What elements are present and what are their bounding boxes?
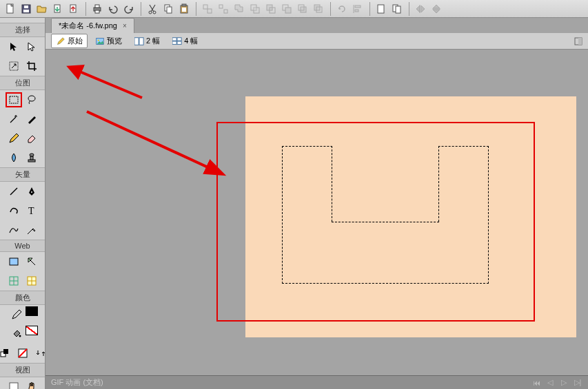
brush-tool[interactable] [23,112,40,127]
prev-frame-button[interactable]: ◁ [545,378,555,388]
pen-tool[interactable] [23,184,40,199]
view-tabs: 原始 预览 2 幅 4 幅 [45,33,588,50]
text-tool[interactable]: T [23,203,40,218]
next-frame-button[interactable]: ▷| [573,378,582,388]
view-tab-label: 4 幅 [184,36,198,46]
paste-button[interactable] [176,2,192,16]
bring-front-button[interactable] [295,2,310,16]
punch-button[interactable] [263,2,278,16]
annotation-arrow-2 [80,105,232,187]
svg-rect-41 [30,156,33,160]
union-button[interactable] [232,2,247,16]
lasso-tool[interactable] [23,92,40,107]
panel-collapse-button[interactable] [573,36,584,47]
selection-edge [438,146,439,222]
view-tab-4up[interactable]: 4 幅 [168,34,203,48]
magic-wand-tool[interactable] [6,112,22,127]
svg-line-70 [87,112,221,174]
svg-rect-32 [355,6,361,8]
svg-rect-8 [95,10,99,13]
pages-button[interactable] [389,2,405,16]
svg-rect-62 [139,37,143,45]
document-tab[interactable]: *未命名 -6.fw.png × [51,18,134,33]
close-tab-icon[interactable]: × [121,22,128,30]
selection-marquee [282,146,489,284]
hand-tool[interactable] [23,379,40,389]
canvas-area[interactable] [45,50,588,375]
redo-button[interactable] [121,2,136,16]
toolbox-section-bitmap: 位图 [0,76,45,90]
svg-rect-68 [578,38,582,45]
document-tab-title: *未命名 -6.fw.png [59,21,117,31]
status-bar: GIF 动画 (文档) ⏮ ◁ ▷ ▷| [45,375,588,389]
svg-point-53 [19,335,21,337]
intersect-button[interactable] [247,2,263,16]
hide-slices-button[interactable] [6,273,22,288]
document-tab-bar: *未命名 -6.fw.png × [0,18,588,33]
subselect-tool[interactable] [23,39,40,54]
flip-v-button[interactable] [429,2,444,16]
svg-rect-26 [285,8,291,13]
toolbox-section-select: 选择 [0,23,45,37]
export-button[interactable] [66,2,81,16]
view-tab-original[interactable]: 原始 [51,34,88,48]
pencil-tool[interactable] [6,131,22,146]
four-up-icon [172,36,182,46]
import-button[interactable] [50,2,65,16]
svg-line-43 [10,188,17,195]
toolbox-section-view: 视图 [0,363,45,377]
cut-button[interactable] [145,2,160,16]
slice-tool[interactable] [23,254,40,269]
open-button[interactable] [34,2,50,16]
eraser-tool[interactable] [23,131,40,146]
line-tool[interactable] [6,184,22,199]
play-button[interactable]: ▷ [559,378,569,388]
page-button[interactable] [374,2,389,16]
save-button[interactable] [19,2,34,16]
stroke-color-swatch[interactable] [26,306,38,316]
fill-color-swatch[interactable] [26,326,38,335]
svg-rect-14 [182,4,186,6]
view-tab-2up[interactable]: 2 幅 [130,34,165,48]
svg-rect-46 [10,258,18,265]
svg-rect-7 [95,5,99,8]
fill-color-button[interactable] [8,326,25,341]
undo-button[interactable] [105,2,121,16]
print-button[interactable] [90,2,105,16]
default-colors-button[interactable] [0,346,13,361]
new-file-button[interactable] [3,2,18,16]
blur-tool[interactable] [6,150,22,165]
group-button[interactable] [200,2,215,16]
flip-h-button[interactable] [413,2,428,16]
toolbox-section-vector: 矢量 [0,167,45,182]
show-slices-button[interactable] [23,273,40,288]
status-text: GIF 动画 (文档) [51,377,103,388]
svg-rect-66 [177,41,181,44]
hotspot-tool[interactable] [6,254,22,269]
pointer-tool[interactable] [6,39,22,54]
standard-mode-button[interactable] [6,379,22,389]
crop-tool[interactable] [23,59,40,74]
send-back-button[interactable] [311,2,326,16]
svg-rect-3 [24,6,28,8]
svg-rect-12 [167,7,172,13]
no-color-button[interactable] [14,346,31,361]
toolbox-section-colors: 颜色 [0,291,45,305]
shape-tool[interactable] [6,203,22,218]
ungroup-button[interactable] [216,2,231,16]
copy-button[interactable] [161,2,176,16]
marquee-tool[interactable] [6,92,22,107]
view-tab-preview[interactable]: 预览 [90,34,127,48]
svg-line-69 [77,70,142,98]
align-button[interactable] [350,2,365,16]
view-tab-label: 原始 [68,36,83,46]
freeform-tool[interactable] [6,222,22,238]
crop-op-button[interactable] [279,2,294,16]
rotate-90-button[interactable] [334,2,349,16]
stroke-color-button[interactable] [8,307,25,322]
knife-tool[interactable] [23,222,40,238]
svg-rect-65 [172,41,176,44]
scale-tool[interactable] [6,59,22,74]
stamp-tool[interactable] [23,150,40,165]
first-frame-button[interactable]: ⏮ [531,378,541,388]
